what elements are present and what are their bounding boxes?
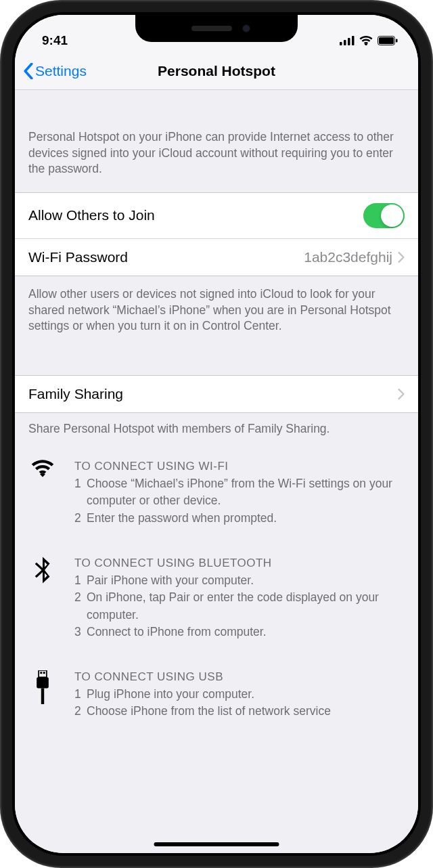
svg-rect-2 <box>348 38 350 45</box>
step-num: 2 <box>74 703 83 720</box>
cellular-icon <box>340 36 355 45</box>
svg-rect-1 <box>344 40 346 45</box>
bluetooth-icon <box>28 555 57 641</box>
step-num: 1 <box>74 686 83 703</box>
back-label: Settings <box>35 63 87 79</box>
svg-rect-10 <box>37 678 49 689</box>
nav-bar: Settings Personal Hotspot <box>15 53 418 90</box>
toggle-knob <box>381 204 403 227</box>
svg-rect-8 <box>40 672 42 674</box>
status-icons <box>340 36 398 45</box>
wifi-instruction: TO CONNECT USING WI-FI 1Choose “Michael’… <box>28 458 405 527</box>
notch <box>135 15 298 42</box>
step-num: 2 <box>74 589 83 624</box>
battery-icon <box>378 36 398 45</box>
status-time: 9:41 <box>42 33 68 48</box>
content-scroll[interactable]: Personal Hotspot on your iPhone can prov… <box>15 90 418 853</box>
step-text: Choose iPhone from the list of network s… <box>87 703 331 720</box>
allow-others-footer: Allow other users or devices not signed … <box>15 276 418 375</box>
step-text: Pair iPhone with your computer. <box>87 572 254 589</box>
family-sharing-label: Family Sharing <box>28 386 123 402</box>
wifi-instruction-title: TO CONNECT USING WI-FI <box>74 458 405 475</box>
step-num: 1 <box>74 475 83 510</box>
allow-others-cell[interactable]: Allow Others to Join <box>15 192 418 239</box>
step-text: Connect to iPhone from computer. <box>87 624 267 641</box>
device-frame: 9:41 Settings Personal Hotspot Personal … <box>0 0 433 868</box>
usb-instruction-title: TO CONNECT USING USB <box>74 669 405 686</box>
intro-description: Personal Hotspot on your iPhone can prov… <box>15 90 418 192</box>
allow-others-toggle[interactable] <box>363 203 405 228</box>
wifi-icon <box>28 458 57 527</box>
wifi-password-label: Wi-Fi Password <box>28 249 128 265</box>
svg-rect-5 <box>379 37 394 44</box>
bluetooth-instruction: TO CONNECT USING BLUETOOTH 1Pair iPhone … <box>28 555 405 641</box>
bluetooth-instruction-title: TO CONNECT USING BLUETOOTH <box>74 555 405 572</box>
allow-others-label: Allow Others to Join <box>28 207 155 223</box>
usb-instruction: TO CONNECT USING USB 1Plug iPhone into y… <box>28 669 405 720</box>
step-num: 1 <box>74 572 83 589</box>
instructions-section: TO CONNECT USING WI-FI 1Choose “Michael’… <box>15 452 418 755</box>
svg-rect-9 <box>43 672 45 674</box>
family-sharing-cell[interactable]: Family Sharing <box>15 375 418 413</box>
chevron-left-icon <box>23 63 34 79</box>
family-sharing-footer: Share Personal Hotspot with members of F… <box>15 413 418 452</box>
back-button[interactable]: Settings <box>15 63 87 79</box>
step-text: On iPhone, tap Pair or enter the code di… <box>87 589 405 624</box>
svg-rect-0 <box>340 42 342 45</box>
step-text: Enter the password when prompted. <box>87 510 277 527</box>
step-text: Choose “Michael’s iPhone” from the Wi-Fi… <box>87 475 405 510</box>
svg-rect-11 <box>41 689 44 705</box>
chevron-right-icon <box>398 389 405 399</box>
svg-rect-7 <box>39 670 47 677</box>
wifi-icon <box>359 36 373 45</box>
home-indicator[interactable] <box>154 842 279 846</box>
usb-icon <box>28 669 57 720</box>
svg-rect-3 <box>352 36 355 45</box>
step-num: 2 <box>74 510 83 527</box>
front-camera <box>242 24 250 32</box>
screen: 9:41 Settings Personal Hotspot Personal … <box>15 15 418 853</box>
chevron-right-icon <box>398 252 405 263</box>
step-text: Plug iPhone into your computer. <box>87 686 254 703</box>
svg-rect-6 <box>396 39 398 43</box>
step-num: 3 <box>74 624 83 641</box>
wifi-password-cell[interactable]: Wi-Fi Password 1ab2c3defghij <box>15 239 418 276</box>
speaker <box>191 26 232 31</box>
wifi-password-value: 1ab2c3defghij <box>304 249 392 265</box>
